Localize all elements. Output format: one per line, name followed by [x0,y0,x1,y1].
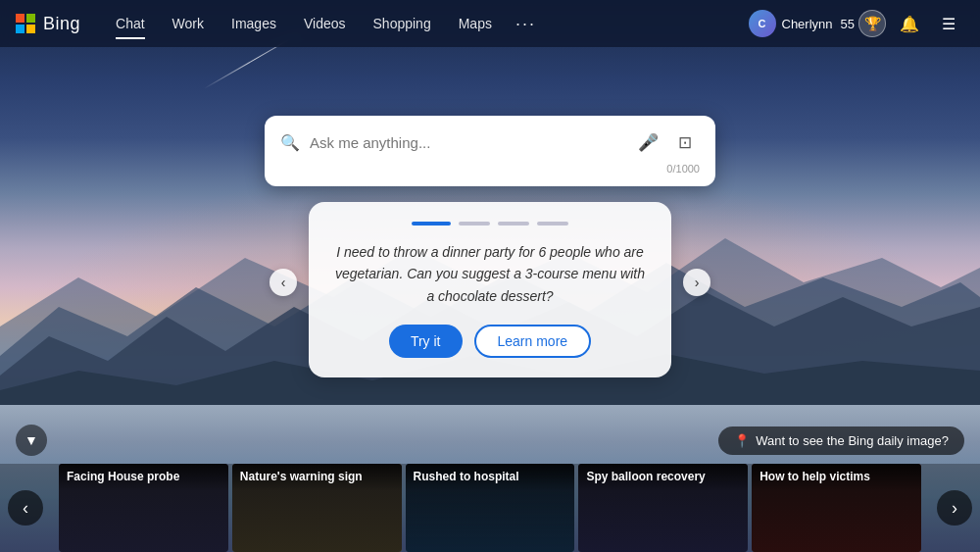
user-name: Cherlynn [782,17,833,31]
navbar: Bing ChatWorkImagesVideosShoppingMaps···… [0,0,980,47]
daily-image-button[interactable]: 📍 Want to see the Bing daily image? [718,427,964,455]
notifications-button[interactable]: 🔔 [894,8,925,39]
prompt-dot-1[interactable] [459,222,490,226]
prompt-dot-3[interactable] [537,222,568,226]
menu-button[interactable]: ☰ [933,8,964,39]
learn-more-button[interactable]: Learn more [474,325,592,358]
search-icon: 🔍 [280,133,300,152]
voice-search-button[interactable]: 🎤 [633,127,662,157]
microsoft-logo [16,14,35,33]
nav-item-chat[interactable]: Chat [104,10,157,37]
prompt-next-button[interactable]: › [683,269,710,296]
user-profile[interactable]: C Cherlynn [749,10,833,37]
try-it-button[interactable]: Try it [389,325,463,358]
news-next-button[interactable]: › [937,490,972,526]
collapse-button[interactable]: ▼ [16,425,47,456]
prompt-actions: Try it Learn more [332,325,648,358]
points-badge[interactable]: 55 🏆 [841,10,886,37]
logo[interactable]: Bing [16,14,80,34]
prompt-dots [332,222,648,226]
prompt-dot-2[interactable] [498,222,529,226]
search-footer: 0/1000 [280,163,700,175]
search-input-row: 🔍 🎤 ⊡ [280,127,700,157]
bottom-area: ▼ 📍 Want to see the Bing daily image? ‹ … [0,417,980,552]
news-card-title: Nature's warning sign [232,464,402,491]
nav-item-videos[interactable]: Videos [292,10,358,37]
search-input[interactable] [310,134,623,151]
prompt-dot-0[interactable] [412,222,451,226]
prompt-text: I need to throw a dinner party for 6 peo… [332,241,648,307]
news-card-title: Facing House probe [59,464,228,491]
nav-item-maps[interactable]: Maps [447,10,504,37]
nav-item-shopping[interactable]: Shopping [362,10,443,37]
list-item[interactable]: Spy balloon recovery [578,464,748,552]
bottom-bar-top: ▼ 📍 Want to see the Bing daily image? [0,417,980,464]
prompt-card: I need to throw a dinner party for 6 peo… [309,202,671,377]
news-strip: ‹ Facing House probeNature's warning sig… [0,464,980,552]
prompt-card-wrapper: ‹ I need to throw a dinner party for 6 p… [309,186,671,377]
avatar: C [749,10,776,37]
main-content: 🔍 🎤 ⊡ 0/1000 ‹ I need to throw a dinner … [0,47,980,377]
nav-more-button[interactable]: ··· [508,10,544,38]
list-item[interactable]: Rushed to hospital [406,464,575,552]
navbar-right: C Cherlynn 55 🏆 🔔 ☰ [749,8,965,39]
search-actions: 🎤 ⊡ [633,127,700,157]
list-item[interactable]: Nature's warning sign [232,464,402,552]
reward-icon: 🏆 [858,10,886,37]
prompt-prev-button[interactable]: ‹ [270,269,297,296]
nav-menu: ChatWorkImagesVideosShoppingMaps··· [104,10,748,38]
nav-item-work[interactable]: Work [161,10,216,37]
character-counter: 0/1000 [666,163,700,175]
news-card-title: How to help victims [752,464,921,491]
news-card-title: Rushed to hospital [406,464,575,491]
search-box: 🔍 🎤 ⊡ 0/1000 [265,116,715,186]
nav-item-images[interactable]: Images [220,10,288,37]
list-item[interactable]: How to help victims [752,464,921,552]
points-value: 55 [841,17,855,31]
location-icon: 📍 [734,433,750,448]
news-prev-button[interactable]: ‹ [8,490,43,526]
brand-name: Bing [43,14,80,34]
list-item[interactable]: Facing House probe [59,464,228,552]
news-cards: Facing House probeNature's warning signR… [0,464,980,552]
visual-search-button[interactable]: ⊡ [670,127,700,157]
news-card-title: Spy balloon recovery [578,464,748,491]
